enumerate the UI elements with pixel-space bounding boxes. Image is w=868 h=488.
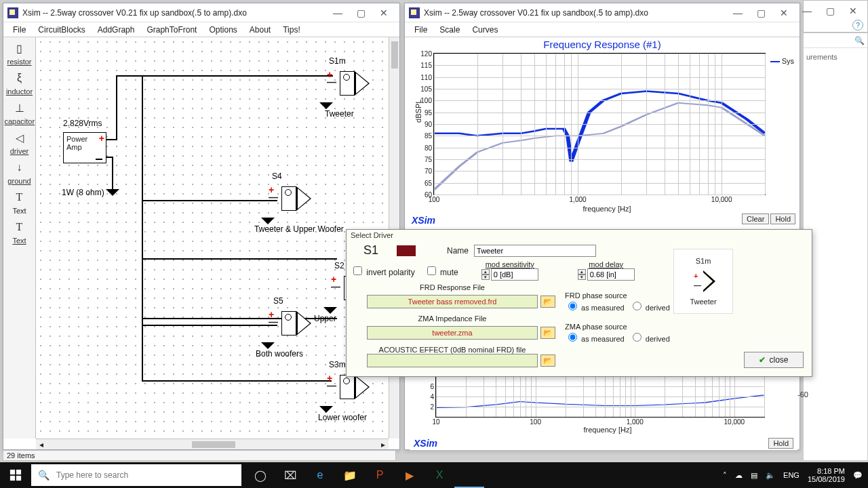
taskbar-clock[interactable]: 8:18 PM 15/08/2019: [808, 467, 845, 483]
mute-checkbox[interactable]: mute: [425, 264, 458, 277]
menu-options[interactable]: Options: [203, 24, 242, 36]
close-button-right[interactable]: ✕: [772, 5, 795, 20]
ae-file-field[interactable]: [367, 354, 538, 367]
close-button-left[interactable]: ✕: [372, 5, 395, 20]
browse-ae-button[interactable]: 📂: [540, 354, 555, 367]
hold-button-2[interactable]: Hold: [768, 438, 793, 449]
browse-zma-button[interactable]: 📂: [540, 327, 555, 339]
frd-phase-derived[interactable]: derived: [629, 304, 670, 312]
spin-down-icon[interactable]: ▾: [578, 274, 586, 280]
minimize-button-left[interactable]: —: [326, 5, 349, 20]
system-tray[interactable]: ˄ ☁ ▤ 🔈 ENG 8:18 PM 15/08/2019 💬: [723, 467, 868, 483]
tray-chevron-icon[interactable]: ˄: [723, 471, 727, 480]
zma-file-field[interactable]: tweeter.zma: [367, 326, 538, 340]
driver-id: S2: [334, 261, 344, 270]
driver-s4[interactable]: +—: [281, 186, 296, 211]
tray-volume-icon[interactable]: 🔈: [766, 471, 775, 480]
explorer-button[interactable]: 📁: [335, 462, 365, 488]
menu-scale[interactable]: Scale: [434, 24, 465, 36]
svg-rect-0: [10, 470, 15, 474]
invert-polarity-checkbox[interactable]: invert polarity: [351, 264, 415, 277]
minimize-button-right[interactable]: —: [726, 5, 749, 20]
schematic-canvas[interactable]: 2.828Vrms Power Amp + 1W (8 ohm): [36, 37, 389, 439]
tool-driver[interactable]: ◁driver: [5, 129, 35, 155]
tool-resistor[interactable]: ▯resistor: [5, 40, 35, 66]
menu-tips[interactable]: Tips!: [277, 24, 306, 36]
close-button[interactable]: ✔ close: [744, 352, 804, 368]
zma-phase-derived[interactable]: derived: [629, 335, 670, 343]
edge-button[interactable]: e: [305, 462, 335, 488]
driver-s3m[interactable]: +—: [340, 375, 355, 399]
bg-search-icon[interactable]: 🔍: [804, 33, 867, 48]
frd-file-field[interactable]: Tweeter bass rremoved.frd: [367, 295, 538, 308]
zma-phase-measured[interactable]: as measured: [565, 335, 625, 343]
menu-circuitblocks[interactable]: CircuitBlocks: [33, 24, 90, 36]
driver-s5[interactable]: +—: [281, 311, 296, 336]
bg-maximize[interactable]: ▢: [818, 3, 842, 18]
excel-button[interactable]: X: [425, 462, 454, 488]
spin-down-icon[interactable]: ▾: [481, 274, 490, 280]
scroll-left-icon[interactable]: ◂: [36, 440, 47, 449]
status-bar: 29 items: [3, 450, 396, 461]
driver-id: S5: [273, 296, 283, 306]
titlebar-left[interactable]: Xsim -- 2.5way crossover V0.21 fix up sa…: [3, 3, 399, 22]
menu-curves[interactable]: Curves: [467, 24, 503, 36]
taskbar-search[interactable]: 🔍 Type here to search: [31, 464, 241, 486]
dialog-title[interactable]: Select Driver: [347, 230, 812, 241]
scroll-right-icon[interactable]: ▸: [378, 440, 389, 449]
clear-button[interactable]: Clear: [742, 214, 769, 224]
menu-file[interactable]: File: [7, 24, 31, 36]
media-button[interactable]: ▶: [395, 462, 425, 488]
color-swatch[interactable]: [397, 245, 416, 256]
notifications-icon[interactable]: 💬: [853, 471, 863, 480]
mod-delay-stepper[interactable]: ▴▾: [578, 268, 635, 281]
spin-up-icon[interactable]: ▴: [481, 269, 490, 274]
browse-frd-button[interactable]: 📂: [540, 296, 555, 308]
xsim-taskbar-button[interactable]: [454, 462, 484, 488]
text-icon: T: [12, 189, 28, 205]
powerpoint-button[interactable]: P: [365, 462, 395, 488]
tool-text-2[interactable]: TText: [5, 219, 35, 245]
name-field[interactable]: [474, 245, 596, 257]
menu-file-r[interactable]: File: [409, 24, 433, 36]
z-plot[interactable]: 246101001,00010,000: [435, 375, 765, 418]
menu-about[interactable]: About: [244, 24, 276, 36]
x-axis-label: frequency [Hz]: [421, 205, 793, 213]
help-icon[interactable]: ?: [852, 20, 863, 30]
tool-inductor[interactable]: ξinductor: [5, 70, 35, 96]
spin-up-icon[interactable]: ▴: [578, 269, 586, 274]
impedance-plot-area: 246101001,00010,000 -60 frequency [Hz] X…: [410, 375, 797, 450]
cortana-button[interactable]: ⌧: [275, 462, 305, 488]
fr-plot[interactable]: 60657075808590951001051101151201001,0001…: [433, 53, 766, 195]
hold-button[interactable]: Hold: [770, 214, 795, 224]
zma-phase-label: ZMA phase source: [565, 323, 673, 331]
bg-close[interactable]: ✕: [842, 3, 865, 18]
task-view-button[interactable]: ◯: [245, 462, 275, 488]
horizontal-scrollbar[interactable]: ◂ ▸: [36, 439, 389, 449]
maximize-button-left[interactable]: ▢: [349, 5, 372, 20]
tray-network-icon[interactable]: ▤: [751, 471, 757, 480]
menu-addgraph[interactable]: AddGraph: [92, 24, 140, 36]
tray-cloud-icon[interactable]: ☁: [735, 471, 743, 480]
menu-graphtofront[interactable]: GraphToFront: [141, 24, 202, 36]
tool-capacitor[interactable]: ⊥capacitor: [5, 100, 35, 125]
svg-rect-1: [16, 470, 21, 474]
panel-text-fragment: urements: [804, 51, 867, 63]
ground-icon: [319, 406, 333, 413]
driver-preview: S1m + — Tweeter: [673, 249, 733, 314]
mod-sensitivity-stepper[interactable]: ▴▾: [481, 268, 538, 281]
menubar-right: File Scale Curves: [405, 22, 800, 37]
capacitor-icon: ⊥: [12, 100, 28, 116]
tray-language[interactable]: ENG: [783, 471, 800, 479]
driver-id: S1m: [329, 56, 346, 66]
maximize-button-right[interactable]: ▢: [749, 5, 772, 20]
power-amp-block[interactable]: Power Amp +: [63, 132, 106, 163]
frd-phase-measured[interactable]: as measured: [565, 304, 625, 312]
xsim-brand: XSim: [412, 215, 435, 226]
titlebar-right[interactable]: Xsim -- 2.5way crossover V0.21 fix up sa…: [405, 3, 800, 22]
background-window-strip: — ▢ ✕ ?: [803, 0, 868, 33]
tool-ground[interactable]: ↓ground: [5, 159, 35, 185]
tool-text-1[interactable]: TText: [5, 189, 35, 215]
start-button[interactable]: [0, 462, 31, 488]
driver-s1m[interactable]: +—: [340, 71, 355, 96]
